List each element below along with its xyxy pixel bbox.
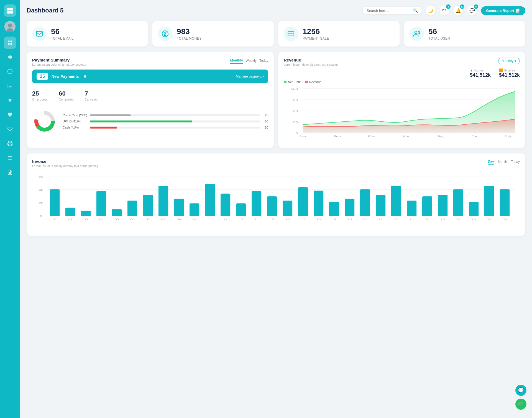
email-label: TOTAL EMAIL <box>51 37 74 40</box>
money-icon <box>158 27 172 41</box>
svg-rect-3 <box>10 11 13 14</box>
stat-card-email: 56 TOTAL EMAIL <box>27 21 148 47</box>
svg-text:Jan: Jan <box>299 135 306 138</box>
user-number: 56 <box>428 27 450 36</box>
sidebar-item-analytics[interactable] <box>4 80 16 92</box>
sidebar-item-info[interactable]: i <box>4 65 16 78</box>
invoice-tab-day[interactable]: Day <box>488 159 494 165</box>
svg-rect-14 <box>8 158 12 158</box>
bar-25 <box>422 196 432 216</box>
bar-val-creditcard: 25 <box>263 114 268 117</box>
svg-text:30: 30 <box>503 218 507 220</box>
bar-02 <box>65 208 75 216</box>
svg-text:23: 23 <box>394 218 398 220</box>
tab-today[interactable]: Today <box>259 58 268 63</box>
svg-rect-20 <box>288 32 294 36</box>
tab-weekly[interactable]: Weekly <box>246 58 257 63</box>
chevron-down-icon: ▾ <box>515 59 516 63</box>
svg-text:05: 05 <box>115 218 119 220</box>
svg-text:20: 20 <box>347 218 352 220</box>
bar-fill-creditcard <box>90 114 131 116</box>
sidebar-item-dashboard[interactable] <box>4 37 16 49</box>
svg-text:Mar: Mar <box>368 135 375 138</box>
bar-label-upi: UPI ID (41%) <box>63 120 88 123</box>
invoice-tabs: Day Month Today <box>488 159 520 165</box>
sidebar-logo[interactable] <box>4 4 16 17</box>
svg-text:17: 17 <box>301 218 305 220</box>
sidebar-item-favorite[interactable] <box>4 109 16 121</box>
bar-20 <box>345 199 354 216</box>
completed-label: Completed <box>59 98 73 101</box>
bar-17 <box>298 187 308 216</box>
bar-16 <box>283 201 292 216</box>
middle-row: Payment Summary Lorem ipsum dolor sit am… <box>27 52 525 148</box>
svg-text:Apr: Apr <box>403 135 409 138</box>
bell-icon-button[interactable]: 🔔 12 <box>453 6 463 16</box>
cart-float-button[interactable]: 🛒 <box>515 399 526 410</box>
bar-14 <box>252 191 261 216</box>
bar-29 <box>484 186 494 216</box>
sidebar-item-document[interactable] <box>4 166 16 178</box>
new-payments-dot <box>84 75 86 78</box>
bar-15 <box>267 196 277 216</box>
expense-value: $41,512k <box>499 72 520 78</box>
avatar[interactable] <box>4 21 16 32</box>
svg-text:60: 60 <box>293 110 298 112</box>
invoice-bar-chart: 60 40 20 0 <box>32 174 520 229</box>
stat-card-payment: 1256 PAYMENT SALE <box>278 21 400 47</box>
svg-text:19: 19 <box>332 218 336 220</box>
svg-text:27: 27 <box>456 218 461 220</box>
search-input[interactable] <box>367 9 411 13</box>
svg-text:30: 30 <box>293 121 298 124</box>
bar-track-cash <box>90 127 260 129</box>
svg-rect-7 <box>8 41 10 42</box>
bar-val-upi: 60 <box>263 120 268 123</box>
svg-text:03: 03 <box>84 218 88 220</box>
generate-report-button[interactable]: Generate Report 📊 <box>481 6 525 15</box>
invoice-bar-chart-wrap: 60 40 20 0 <box>32 171 520 230</box>
sidebar-item-print[interactable] <box>4 137 16 150</box>
invoice-tab-month[interactable]: Month <box>498 159 507 165</box>
svg-text:13: 13 <box>239 218 243 220</box>
svg-rect-1 <box>10 8 13 11</box>
sidebar-item-heart2[interactable] <box>4 123 16 135</box>
bar-06 <box>127 201 137 216</box>
bar-fill-upi <box>90 120 192 122</box>
revenue-monthly-select[interactable]: Monthly ▾ <box>498 58 520 64</box>
new-payments-label: New Payments <box>52 74 79 79</box>
svg-rect-2 <box>7 11 10 14</box>
svg-text:40: 40 <box>39 188 44 191</box>
income-label: ▲ Income <box>470 68 491 72</box>
invoice-tab-today[interactable]: Today <box>511 159 520 165</box>
payment-stats: 25 On process 60 Completed 7 Canceled <box>32 88 268 103</box>
bar-track-creditcard <box>90 114 260 116</box>
chat-icon-button[interactable]: 💬 5 <box>467 6 477 16</box>
manage-payment-link[interactable]: Manage payment › <box>236 75 264 78</box>
revenue-card: Revenue Lorem ipsum dolor sit amet, cons… <box>278 52 525 148</box>
svg-text:Jun: Jun <box>472 135 479 138</box>
sidebar-item-list[interactable] <box>4 152 16 164</box>
svg-text:07: 07 <box>146 218 150 220</box>
sidebar-item-star[interactable] <box>4 94 16 106</box>
support-float-button[interactable]: 💬 <box>515 385 526 396</box>
theme-toggle-button[interactable]: 🌙 <box>426 6 436 16</box>
invoice-card: Invoice Lorem Ipsum is simply dummy text… <box>27 153 525 236</box>
revenue-legend: Net Profit Revenue <box>284 80 520 84</box>
sidebar-item-settings[interactable] <box>4 51 16 63</box>
svg-text:12: 12 <box>223 218 228 220</box>
bar-26 <box>438 195 447 216</box>
bar-label-cash: Cash (41%) <box>63 126 88 129</box>
bar-fill-cash <box>90 127 117 129</box>
tab-monthly[interactable]: Monthly <box>230 58 243 64</box>
svg-rect-15 <box>8 159 12 160</box>
bar-09 <box>174 199 184 216</box>
stat-card-user: 56 TOTAL USER <box>404 21 525 47</box>
bar-chart-icon: 📊 <box>516 9 520 13</box>
svg-text:0: 0 <box>40 215 42 217</box>
bar-21 <box>360 189 370 216</box>
bag-icon-button[interactable]: 🛍 2 <box>439 6 449 16</box>
donut-chart <box>32 109 57 134</box>
bar-03 <box>81 211 91 216</box>
on-process-num: 25 <box>32 90 48 97</box>
completed-stat: 60 Completed <box>59 90 73 101</box>
